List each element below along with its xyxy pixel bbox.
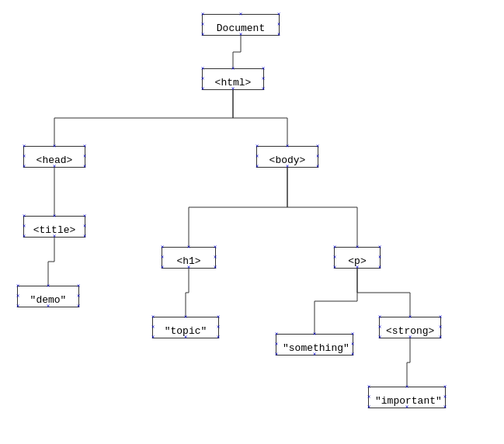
corner-dot: ✕ [273,352,280,358]
corner-dot: ✕ [200,76,206,82]
corner-dot: ✕ [200,86,206,92]
corner-dot: ✕ [186,265,192,271]
node-head: <head>✕✕✕✕✕✕✕✕ [23,146,85,168]
corner-dot: ✕ [159,245,165,251]
corner-dot: ✕ [212,265,218,271]
node-h1: <h1>✕✕✕✕✕✕✕✕ [162,247,216,269]
corner-dot: ✕ [45,283,51,290]
corner-dot: ✕ [315,144,321,150]
node-title: <title>✕✕✕✕✕✕✕✕ [23,216,85,238]
corner-dot: ✕ [82,234,88,240]
corner-dot: ✕ [273,331,280,338]
corner-dot: ✕ [276,22,282,28]
corner-dot: ✕ [215,324,221,331]
corner-dot: ✕ [407,335,413,341]
corner-dot: ✕ [51,213,57,220]
node-something: "something"✕✕✕✕✕✕✕✕ [276,334,353,356]
corner-dot: ✕ [332,255,338,261]
corner-dot: ✕ [442,384,448,390]
corner-dot: ✕ [51,144,57,150]
corner-dot: ✕ [437,314,443,321]
corner-dot: ✕ [284,164,290,170]
corner-dot: ✕ [21,154,27,160]
corner-dot: ✕ [377,335,383,341]
corner-dot: ✕ [437,335,443,341]
node-demo: "demo"✕✕✕✕✕✕✕✕ [17,286,79,307]
corner-dot: ✕ [215,314,221,321]
corner-dot: ✕ [51,164,57,170]
corner-dot: ✕ [82,144,88,150]
corner-dot: ✕ [354,265,360,271]
corner-dot: ✕ [404,384,410,390]
corner-dot: ✕ [437,324,443,331]
corner-dot: ✕ [75,304,82,310]
edge-title-demo [48,238,54,286]
edge-document-html [233,36,241,68]
corner-dot: ✕ [332,245,338,251]
corner-dot: ✕ [150,314,156,321]
corner-dot: ✕ [311,352,318,358]
corner-dot: ✕ [315,154,321,160]
corner-dot: ✕ [276,32,282,38]
corner-dot: ✕ [82,224,88,230]
corner-dot: ✕ [150,335,156,341]
edge-html-head [54,90,233,146]
corner-dot: ✕ [15,304,21,310]
corner-dot: ✕ [273,342,280,348]
corner-dot: ✕ [442,404,448,411]
node-body: <body>✕✕✕✕✕✕✕✕ [256,146,318,168]
corner-dot: ✕ [200,12,206,18]
dom-tree-diagram: Document✕✕✕✕✕✕✕✕<html>✕✕✕✕✕✕✕✕<head>✕✕✕✕… [0,0,504,444]
corner-dot: ✕ [82,164,88,170]
corner-dot: ✕ [230,66,236,72]
edge-body-p [287,168,357,247]
corner-dot: ✕ [212,255,218,261]
corner-dot: ✕ [200,66,206,72]
corner-dot: ✕ [182,335,189,341]
corner-dot: ✕ [442,394,448,401]
corner-dot: ✕ [21,224,27,230]
edge-p-strong [357,269,410,317]
corner-dot: ✕ [377,324,383,331]
node-p: <p>✕✕✕✕✕✕✕✕ [334,247,381,269]
corner-dot: ✕ [404,404,410,411]
corner-dot: ✕ [212,245,218,251]
corner-dot: ✕ [377,255,383,261]
corner-dot: ✕ [349,342,356,348]
corner-dot: ✕ [254,164,260,170]
corner-dot: ✕ [366,404,372,411]
corner-dot: ✕ [82,213,88,220]
node-important: "important"✕✕✕✕✕✕✕✕ [368,387,446,408]
corner-dot: ✕ [159,255,165,261]
corner-dot: ✕ [230,86,236,92]
corner-dot: ✕ [45,304,51,310]
corner-dot: ✕ [254,144,260,150]
corner-dot: ✕ [377,245,383,251]
corner-dot: ✕ [200,32,206,38]
corner-dot: ✕ [276,12,282,18]
corner-dot: ✕ [311,331,318,338]
corner-dot: ✕ [75,293,82,300]
edge-body-h1 [189,168,287,247]
edge-p-something [315,269,357,334]
corner-dot: ✕ [349,352,356,358]
corner-dot: ✕ [159,265,165,271]
corner-dot: ✕ [332,265,338,271]
corner-dot: ✕ [238,12,244,18]
corner-dot: ✕ [366,394,372,401]
corner-dot: ✕ [82,154,88,160]
corner-dot: ✕ [15,293,21,300]
node-topic: "topic"✕✕✕✕✕✕✕✕ [152,317,219,338]
corner-dot: ✕ [238,32,244,38]
edge-html-body [233,90,287,146]
corner-dot: ✕ [407,314,413,321]
edge-h1-topic [186,269,189,317]
corner-dot: ✕ [377,265,383,271]
corner-dot: ✕ [354,245,360,251]
corner-dot: ✕ [215,335,221,341]
corner-dot: ✕ [182,314,189,321]
node-html: <html>✕✕✕✕✕✕✕✕ [202,68,264,90]
corner-dot: ✕ [260,76,266,82]
corner-dot: ✕ [51,234,57,240]
corner-dot: ✕ [21,144,27,150]
